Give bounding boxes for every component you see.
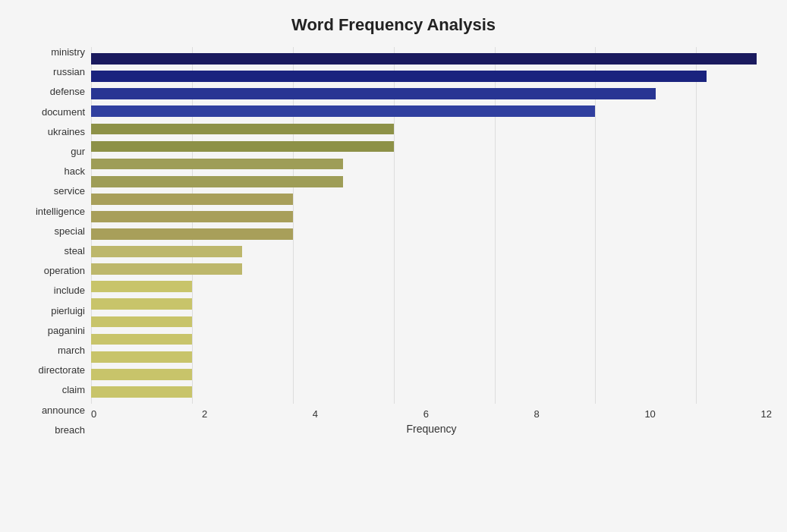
- bar-row: [91, 383, 772, 401]
- bar: [91, 386, 192, 398]
- bar: [91, 105, 595, 117]
- bar: [91, 369, 192, 380]
- y-axis-label: operation: [44, 266, 85, 275]
- bar: [91, 141, 394, 153]
- chart-title: Word Frequency Analysis: [15, 15, 772, 35]
- y-axis-label: pierluigi: [51, 306, 85, 316]
- bar-row: [91, 225, 772, 243]
- bar-row: [91, 85, 772, 102]
- bar: [91, 351, 192, 363]
- y-axis-label: defense: [50, 87, 85, 96]
- y-axis-labels: ministryrussiandefensedocumentukrainesgu…: [15, 47, 91, 435]
- x-tick: 10: [644, 408, 655, 420]
- y-axis-label: breach: [55, 425, 85, 435]
- y-axis-label: gur: [71, 146, 85, 156]
- bar-row: [91, 243, 772, 260]
- bar-row: [91, 137, 772, 155]
- bar-row: [91, 295, 772, 313]
- bar: [91, 88, 656, 99]
- y-axis-label: hack: [65, 166, 85, 176]
- bar-row: [91, 260, 772, 278]
- bar: [91, 281, 192, 292]
- y-axis-label: announce: [42, 405, 85, 415]
- bar: [91, 298, 192, 310]
- bar-row: [91, 313, 772, 330]
- x-tick: 8: [534, 408, 540, 420]
- bar-row: [91, 366, 772, 383]
- y-axis-label: special: [55, 226, 85, 236]
- bar: [91, 159, 343, 170]
- bar: [91, 194, 293, 205]
- y-axis-label: service: [54, 186, 85, 196]
- y-axis-label: document: [42, 107, 85, 117]
- x-tick: 4: [313, 408, 318, 420]
- bar: [91, 316, 192, 328]
- bar-row: [91, 173, 772, 190]
- y-axis-label: include: [54, 285, 85, 295]
- bar-row: [91, 208, 772, 225]
- bar: [91, 211, 293, 222]
- bar: [91, 246, 242, 257]
- chart-container: Word Frequency Analysis ministryrussiand…: [0, 0, 787, 532]
- y-axis-label: directorate: [39, 365, 85, 375]
- bar: [91, 176, 343, 187]
- bar: [91, 228, 293, 240]
- y-axis-label: paganini: [48, 326, 85, 335]
- bar-row: [91, 68, 772, 85]
- bar-row: [91, 278, 772, 295]
- bar-row: [91, 120, 772, 137]
- x-axis-label: Frequency: [91, 423, 772, 435]
- bar-row: [91, 348, 772, 366]
- x-tick: 6: [423, 408, 429, 420]
- bar: [91, 263, 242, 275]
- bar-row: [91, 190, 772, 208]
- x-tick: 12: [760, 408, 771, 420]
- bar: [91, 71, 707, 82]
- x-tick: 0: [91, 408, 96, 420]
- y-axis-label: intelligence: [36, 206, 85, 216]
- bar-row: [91, 50, 772, 68]
- bars-wrapper: [91, 47, 772, 404]
- x-axis: 024681012: [91, 404, 772, 420]
- y-axis-label: claim: [62, 385, 85, 395]
- bar: [91, 124, 394, 135]
- bars-and-xaxis: 024681012 Frequency: [91, 47, 772, 435]
- y-axis-label: russian: [53, 67, 85, 77]
- bar: [91, 53, 757, 65]
- y-axis-label: ministry: [51, 47, 85, 57]
- y-axis-label: march: [58, 345, 85, 355]
- bar: [91, 334, 192, 345]
- bar-row: [91, 102, 772, 120]
- x-tick: 2: [202, 408, 207, 420]
- y-axis-label: steal: [65, 246, 85, 256]
- y-axis-label: ukraines: [48, 127, 85, 137]
- bar-row: [91, 156, 772, 173]
- bar-row: [91, 331, 772, 348]
